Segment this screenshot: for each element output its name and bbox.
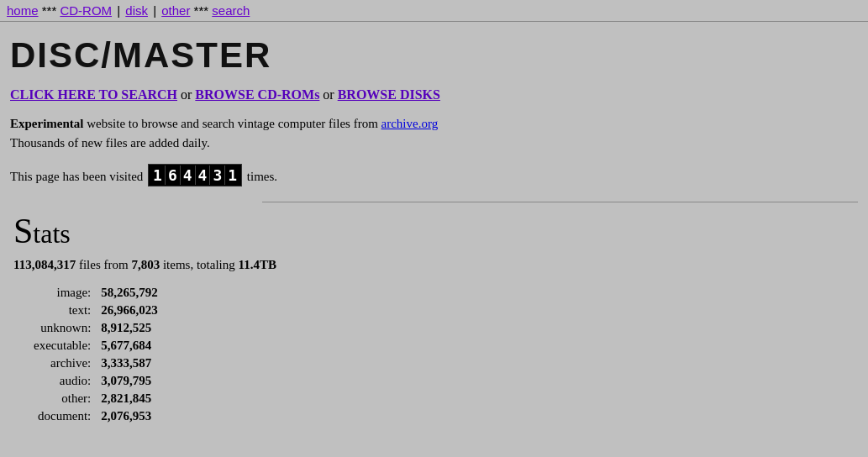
stats-tbody: image:58,265,792text:26,966,023unknown:8… bbox=[30, 284, 161, 425]
description-section: Experimental website to browse and searc… bbox=[10, 114, 858, 152]
nav-other-link[interactable]: other bbox=[161, 3, 190, 18]
site-logo: DISC/MASTER bbox=[10, 35, 858, 76]
stats-row-value: 3,079,795 bbox=[94, 372, 161, 390]
stats-row-label: other: bbox=[30, 390, 94, 407]
counter-digit: 3 bbox=[210, 165, 225, 185]
stats-title: Stats bbox=[13, 211, 858, 251]
items-count: 7,803 bbox=[131, 258, 160, 271]
nav-pipe2: | bbox=[153, 3, 160, 18]
experimental-label: Experimental bbox=[10, 117, 84, 130]
stats-row-label: unknown: bbox=[30, 319, 94, 337]
nav-home-link[interactable]: home bbox=[7, 3, 39, 18]
visit-suffix-text: times. bbox=[247, 170, 277, 183]
archive-org-link[interactable]: archive.org bbox=[381, 117, 439, 130]
counter-digit: 1 bbox=[225, 165, 239, 185]
navigation-bar: home *** CD-ROM | disk | other *** searc… bbox=[0, 0, 868, 22]
nav-sep2: *** bbox=[194, 3, 213, 18]
total-size: 11.4TB bbox=[239, 258, 276, 271]
stats-row-label: archive: bbox=[30, 355, 94, 372]
browse-cdroms-link[interactable]: BROWSE CD-ROMs bbox=[195, 87, 319, 102]
nav-search-link[interactable]: search bbox=[212, 3, 250, 18]
desc-text2: Thousands of new files are added daily. bbox=[10, 134, 858, 153]
main-content: DISC/MASTER CLICK HERE TO SEARCH or BROW… bbox=[0, 22, 868, 425]
nav-sep1: *** bbox=[42, 3, 60, 18]
stats-row-label: text: bbox=[30, 302, 94, 319]
files-label-text: files from bbox=[79, 258, 129, 271]
items-label-text: items, totaling bbox=[163, 258, 235, 271]
stats-table: image:58,265,792text:26,966,023unknown:8… bbox=[30, 284, 161, 425]
stats-row: audio:3,079,795 bbox=[30, 372, 161, 390]
nav-cdrom-link[interactable]: CD-ROM bbox=[60, 3, 112, 18]
browse-disks-link[interactable]: BROWSE DISKS bbox=[338, 87, 440, 102]
stats-row-value: 2,821,845 bbox=[94, 390, 161, 407]
visit-counter-line: This page has been visited 164431 times. bbox=[10, 164, 858, 186]
counter-digit: 6 bbox=[166, 165, 181, 185]
stats-title-s: S bbox=[13, 212, 33, 250]
stats-row-value: 58,265,792 bbox=[94, 284, 161, 302]
visit-counter: 164431 bbox=[148, 164, 242, 186]
stats-row: archive:3,333,587 bbox=[30, 355, 161, 372]
section-divider bbox=[262, 202, 858, 202]
stats-row-label: audio: bbox=[30, 372, 94, 390]
stats-title-rest: tats bbox=[33, 218, 70, 249]
stats-row-value: 2,076,953 bbox=[94, 407, 161, 425]
search-links-section: CLICK HERE TO SEARCH or BROWSE CD-ROMs o… bbox=[10, 87, 858, 102]
stats-row: other:2,821,845 bbox=[30, 390, 161, 407]
visit-prefix: This page has been visited bbox=[10, 170, 143, 183]
stats-row-value: 8,912,525 bbox=[94, 319, 161, 337]
nav-disk-link[interactable]: disk bbox=[125, 3, 148, 18]
files-count: 113,084,317 bbox=[13, 258, 76, 271]
stats-row: executable:5,677,684 bbox=[30, 337, 161, 355]
stats-row: document:2,076,953 bbox=[30, 407, 161, 425]
stats-row: image:58,265,792 bbox=[30, 284, 161, 302]
click-here-to-search-link[interactable]: CLICK HERE TO SEARCH bbox=[10, 87, 177, 102]
stats-row-label: document: bbox=[30, 407, 94, 425]
stats-row: text:26,966,023 bbox=[30, 302, 161, 319]
counter-digit: 4 bbox=[181, 165, 196, 185]
or-text-1b: or bbox=[181, 87, 192, 102]
stats-row: unknown:8,912,525 bbox=[30, 319, 161, 337]
or-text-2b: or bbox=[323, 87, 334, 102]
stats-row-value: 5,677,684 bbox=[94, 337, 161, 355]
nav-pipe1: | bbox=[117, 3, 124, 18]
stats-row-value: 26,966,023 bbox=[94, 302, 161, 319]
counter-digit: 4 bbox=[196, 165, 211, 185]
counter-digit: 1 bbox=[150, 165, 166, 185]
desc-text1: website to browse and search vintage com… bbox=[84, 117, 381, 130]
stats-summary: 113,084,317 files from 7,803 items, tota… bbox=[13, 258, 858, 272]
stats-row-label: image: bbox=[30, 284, 94, 302]
stats-row-label: executable: bbox=[30, 337, 94, 355]
stats-section: Stats 113,084,317 files from 7,803 items… bbox=[10, 211, 858, 425]
stats-row-value: 3,333,587 bbox=[94, 355, 161, 372]
